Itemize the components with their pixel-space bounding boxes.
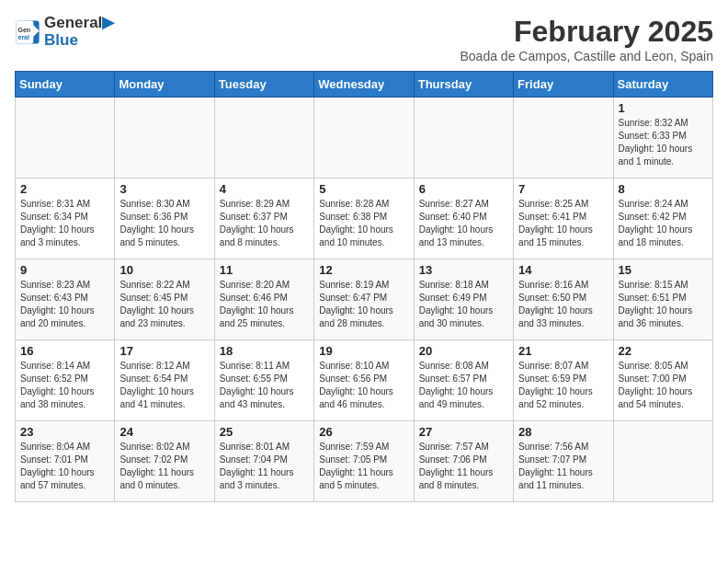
week-row-4: 16Sunrise: 8:14 AM Sunset: 6:52 PM Dayli… [16,340,713,421]
day-number: 22 [619,344,708,358]
day-number: 1 [619,101,708,115]
calendar-cell: 23Sunrise: 8:04 AM Sunset: 7:01 PM Dayli… [16,421,115,502]
day-info: Sunrise: 7:59 AM Sunset: 7:05 PM Dayligh… [319,441,408,492]
weekday-header-friday: Friday [514,72,613,98]
week-row-3: 9Sunrise: 8:23 AM Sunset: 6:43 PM Daylig… [16,259,713,340]
calendar-cell: 13Sunrise: 8:18 AM Sunset: 6:49 PM Dayli… [414,259,513,340]
calendar-cell: 7Sunrise: 8:25 AM Sunset: 6:41 PM Daylig… [514,178,613,259]
calendar-cell [414,98,513,178]
day-info: Sunrise: 8:29 AM Sunset: 6:37 PM Dayligh… [220,198,309,249]
day-number: 6 [419,182,508,196]
day-number: 4 [220,182,309,196]
week-row-5: 23Sunrise: 8:04 AM Sunset: 7:01 PM Dayli… [16,421,713,502]
calendar-cell [115,98,214,178]
day-number: 7 [518,182,608,196]
calendar-cell: 12Sunrise: 8:19 AM Sunset: 6:47 PM Dayli… [314,259,414,340]
day-info: Sunrise: 8:24 AM Sunset: 6:42 PM Dayligh… [619,198,708,249]
day-number: 18 [220,344,309,358]
day-info: Sunrise: 8:18 AM Sunset: 6:49 PM Dayligh… [419,279,508,330]
day-info: Sunrise: 8:31 AM Sunset: 6:34 PM Dayligh… [20,198,109,249]
day-info: Sunrise: 8:08 AM Sunset: 6:57 PM Dayligh… [419,360,508,411]
day-info: Sunrise: 7:56 AM Sunset: 7:07 PM Dayligh… [518,441,608,492]
day-info: Sunrise: 8:16 AM Sunset: 6:50 PM Dayligh… [518,279,608,330]
logo-text: General▶ Blue [44,15,114,49]
weekday-header-saturday: Saturday [613,72,712,98]
day-info: Sunrise: 8:32 AM Sunset: 6:33 PM Dayligh… [619,117,708,168]
svg-text:Gen: Gen [18,27,31,33]
day-info: Sunrise: 8:23 AM Sunset: 6:43 PM Dayligh… [20,279,109,330]
day-info: Sunrise: 8:20 AM Sunset: 6:46 PM Dayligh… [220,279,309,330]
calendar-cell: 18Sunrise: 8:11 AM Sunset: 6:55 PM Dayli… [214,340,313,421]
calendar-cell: 11Sunrise: 8:20 AM Sunset: 6:46 PM Dayli… [214,259,313,340]
day-info: Sunrise: 8:28 AM Sunset: 6:38 PM Dayligh… [319,198,408,249]
day-number: 15 [619,263,708,277]
weekday-header-row: SundayMondayTuesdayWednesdayThursdayFrid… [16,72,713,98]
title-block: February 2025 Boada de Campos, Castille … [460,15,713,63]
day-number: 13 [419,263,508,277]
day-number: 16 [20,344,109,358]
day-number: 3 [119,182,209,196]
calendar-cell: 10Sunrise: 8:22 AM Sunset: 6:45 PM Dayli… [115,259,214,340]
day-info: Sunrise: 8:19 AM Sunset: 6:47 PM Dayligh… [319,279,408,330]
calendar-cell: 20Sunrise: 8:08 AM Sunset: 6:57 PM Dayli… [414,340,513,421]
calendar-cell: 21Sunrise: 8:07 AM Sunset: 6:59 PM Dayli… [514,340,613,421]
weekday-header-tuesday: Tuesday [214,72,313,98]
day-number: 8 [619,182,708,196]
day-info: Sunrise: 8:30 AM Sunset: 6:36 PM Dayligh… [119,198,209,249]
day-info: Sunrise: 8:07 AM Sunset: 6:59 PM Dayligh… [518,360,608,411]
weekday-header-monday: Monday [115,72,214,98]
day-number: 10 [119,263,209,277]
day-number: 25 [220,425,309,439]
month-title: February 2025 [460,15,713,49]
day-number: 2 [20,182,109,196]
day-number: 24 [119,425,209,439]
calendar-cell [514,98,613,178]
calendar-cell: 14Sunrise: 8:16 AM Sunset: 6:50 PM Dayli… [514,259,613,340]
day-number: 27 [419,425,508,439]
day-info: Sunrise: 7:57 AM Sunset: 7:06 PM Dayligh… [419,441,508,492]
day-info: Sunrise: 8:14 AM Sunset: 6:52 PM Dayligh… [20,360,109,411]
day-info: Sunrise: 8:02 AM Sunset: 7:02 PM Dayligh… [119,441,209,492]
weekday-header-sunday: Sunday [16,72,115,98]
calendar-cell: 25Sunrise: 8:01 AM Sunset: 7:04 PM Dayli… [214,421,313,502]
calendar-cell [214,98,313,178]
location: Boada de Campos, Castille and Leon, Spai… [460,49,713,63]
day-info: Sunrise: 8:22 AM Sunset: 6:45 PM Dayligh… [119,279,209,330]
calendar-cell: 2Sunrise: 8:31 AM Sunset: 6:34 PM Daylig… [16,178,115,259]
day-info: Sunrise: 8:12 AM Sunset: 6:54 PM Dayligh… [119,360,209,411]
day-number: 26 [319,425,408,439]
calendar-cell: 24Sunrise: 8:02 AM Sunset: 7:02 PM Dayli… [115,421,214,502]
day-number: 20 [419,344,508,358]
calendar-cell: 1Sunrise: 8:32 AM Sunset: 6:33 PM Daylig… [613,98,712,178]
weekday-header-thursday: Thursday [414,72,513,98]
day-info: Sunrise: 8:25 AM Sunset: 6:41 PM Dayligh… [518,198,608,249]
day-info: Sunrise: 8:05 AM Sunset: 7:00 PM Dayligh… [619,360,708,411]
calendar-cell: 28Sunrise: 7:56 AM Sunset: 7:07 PM Dayli… [514,421,613,502]
calendar-cell [613,421,712,502]
day-number: 19 [319,344,408,358]
calendar-cell: 5Sunrise: 8:28 AM Sunset: 6:38 PM Daylig… [314,178,414,259]
day-info: Sunrise: 8:27 AM Sunset: 6:40 PM Dayligh… [419,198,508,249]
calendar-cell: 9Sunrise: 8:23 AM Sunset: 6:43 PM Daylig… [16,259,115,340]
day-info: Sunrise: 8:01 AM Sunset: 7:04 PM Dayligh… [220,441,309,492]
day-number: 12 [319,263,408,277]
day-number: 5 [319,182,408,196]
day-number: 17 [119,344,209,358]
calendar-cell: 3Sunrise: 8:30 AM Sunset: 6:36 PM Daylig… [115,178,214,259]
logo-icon: Gen eral [15,19,40,45]
day-number: 9 [20,263,109,277]
day-info: Sunrise: 8:10 AM Sunset: 6:56 PM Dayligh… [319,360,408,411]
calendar-cell: 15Sunrise: 8:15 AM Sunset: 6:51 PM Dayli… [613,259,712,340]
day-number: 11 [220,263,309,277]
day-number: 14 [518,263,608,277]
calendar-cell: 22Sunrise: 8:05 AM Sunset: 7:00 PM Dayli… [613,340,712,421]
logo: Gen eral General▶ Blue [15,15,114,49]
day-info: Sunrise: 8:15 AM Sunset: 6:51 PM Dayligh… [619,279,708,330]
calendar-cell [314,98,414,178]
svg-text:eral: eral [18,34,30,40]
weekday-header-wednesday: Wednesday [314,72,414,98]
calendar-cell: 8Sunrise: 8:24 AM Sunset: 6:42 PM Daylig… [613,178,712,259]
day-number: 21 [518,344,608,358]
week-row-1: 1Sunrise: 8:32 AM Sunset: 6:33 PM Daylig… [16,98,713,178]
calendar-cell: 26Sunrise: 7:59 AM Sunset: 7:05 PM Dayli… [314,421,414,502]
